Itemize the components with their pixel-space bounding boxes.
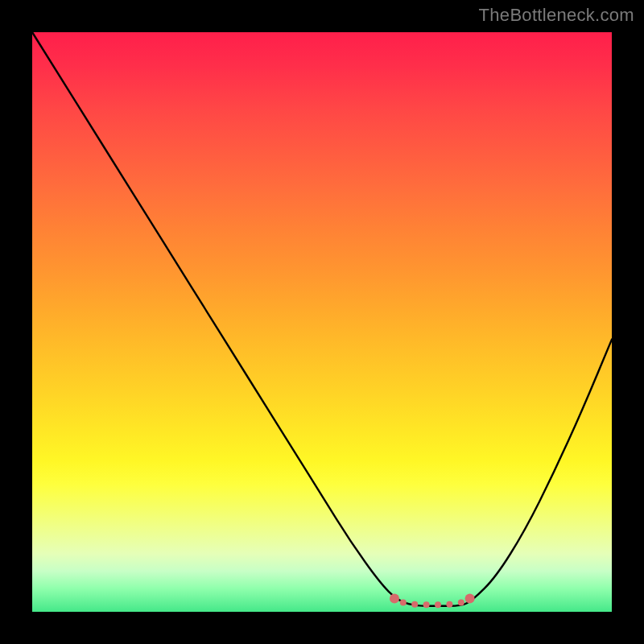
valley-marker bbox=[423, 601, 430, 608]
curve-svg bbox=[32, 32, 612, 612]
valley-marker bbox=[458, 599, 464, 605]
bottleneck-curve bbox=[32, 32, 612, 606]
valley-marker bbox=[465, 593, 475, 603]
watermark-text: TheBottleneck.com bbox=[479, 5, 634, 26]
valley-marker bbox=[400, 599, 407, 605]
valley-marker bbox=[446, 601, 452, 608]
valley-marker bbox=[435, 601, 441, 608]
valley-marker bbox=[411, 601, 418, 608]
valley-marker bbox=[390, 593, 399, 603]
plot-area bbox=[32, 32, 612, 612]
chart-frame: TheBottleneck.com bbox=[0, 0, 644, 644]
